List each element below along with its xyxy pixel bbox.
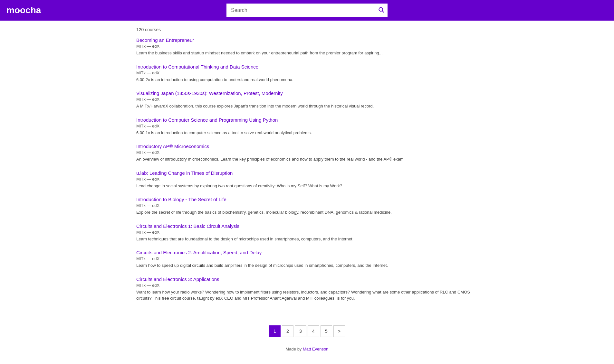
course-provider: MITx — edX — [136, 97, 478, 102]
course-item: Introduction to Biology - The Secret of … — [136, 197, 478, 216]
course-title[interactable]: Visualizing Japan (1850s-1930s): Western… — [136, 90, 283, 96]
course-description: Learn techniques that are foundational t… — [136, 236, 478, 242]
course-provider: MITx — edX — [136, 203, 478, 208]
course-provider: MITx — edX — [136, 283, 478, 288]
search-box — [226, 4, 388, 17]
logo: moocha — [6, 5, 41, 15]
course-title[interactable]: u.lab: Leading Change in Times of Disrup… — [136, 170, 233, 176]
course-title[interactable]: Introduction to Biology - The Secret of … — [136, 197, 226, 202]
course-item: Circuits and Electronics 3: Applications… — [136, 276, 478, 302]
footer-text: Made by — [286, 347, 303, 351]
course-provider: MITx — edX — [136, 70, 478, 75]
course-description: Explore the secret of life through the b… — [136, 209, 478, 216]
pagination-page-3[interactable]: 3 — [295, 325, 306, 337]
course-title[interactable]: Circuits and Electronics 3: Applications — [136, 276, 219, 282]
course-description: Learn the business skills and startup mi… — [136, 50, 478, 56]
pagination-page-2[interactable]: 2 — [282, 325, 293, 337]
course-item: Introduction to Computational Thinking a… — [136, 64, 478, 83]
course-title[interactable]: Becoming an Entrepreneur — [136, 37, 194, 43]
course-description: An overview of introductory microeconomi… — [136, 156, 478, 163]
course-provider: MITx — edX — [136, 256, 478, 261]
course-provider: MITx — edX — [136, 124, 478, 128]
course-list: Becoming an EntrepreneurMITx — edXLearn … — [136, 37, 478, 302]
search-icon — [378, 6, 384, 13]
course-provider: MITx — edX — [136, 177, 478, 182]
course-provider: MITx — edX — [136, 150, 478, 155]
course-description: Lead change in social systems by explori… — [136, 183, 478, 189]
search-container — [226, 4, 388, 17]
course-title[interactable]: Circuits and Electronics 1: Basic Circui… — [136, 223, 239, 229]
course-title[interactable]: Introductory AP® Microeconomics — [136, 144, 209, 149]
search-button[interactable] — [378, 6, 384, 14]
course-item: Becoming an EntrepreneurMITx — edXLearn … — [136, 37, 478, 56]
main-content: 120 courses Becoming an EntrepreneurMITx… — [136, 21, 478, 316]
course-title[interactable]: Introduction to Computational Thinking a… — [136, 64, 258, 70]
course-title[interactable]: Circuits and Electronics 2: Amplificatio… — [136, 250, 262, 255]
course-description: A MITx/HarvardX collaboration, this cour… — [136, 103, 478, 109]
course-description: Learn how to speed up digital circuits a… — [136, 262, 478, 269]
course-description: 6.00.1x is an introduction to computer s… — [136, 130, 478, 136]
course-provider: MITx — edX — [136, 230, 478, 235]
pagination-page-5[interactable]: 5 — [321, 325, 332, 337]
course-item: Circuits and Electronics 2: Amplificatio… — [136, 250, 478, 269]
course-item: Visualizing Japan (1850s-1930s): Western… — [136, 90, 478, 109]
course-provider: MITx — edX — [136, 44, 478, 49]
pagination-page-4[interactable]: 4 — [308, 325, 319, 337]
course-item: Introduction to Computer Science and Pro… — [136, 117, 478, 136]
course-title[interactable]: Introduction to Computer Science and Pro… — [136, 117, 278, 123]
course-item: u.lab: Leading Change in Times of Disrup… — [136, 170, 478, 189]
footer-author-link[interactable]: Matt Evenson — [303, 347, 329, 351]
header: moocha — [0, 0, 614, 21]
pagination: 12345> — [0, 325, 614, 337]
pagination-next[interactable]: > — [333, 325, 345, 337]
course-item: Introductory AP® MicroeconomicsMITx — ed… — [136, 144, 478, 163]
footer: Made by Matt Evenson — [0, 343, 614, 358]
svg-line-1 — [382, 11, 384, 12]
search-input[interactable] — [226, 4, 388, 17]
course-description: 6.00.2x is an introduction to using comp… — [136, 77, 478, 83]
pagination-page-1[interactable]: 1 — [269, 325, 281, 337]
course-count: 120 courses — [136, 27, 478, 32]
course-description: Want to learn how your radio works? Wond… — [136, 289, 478, 302]
course-item: Circuits and Electronics 1: Basic Circui… — [136, 223, 478, 242]
